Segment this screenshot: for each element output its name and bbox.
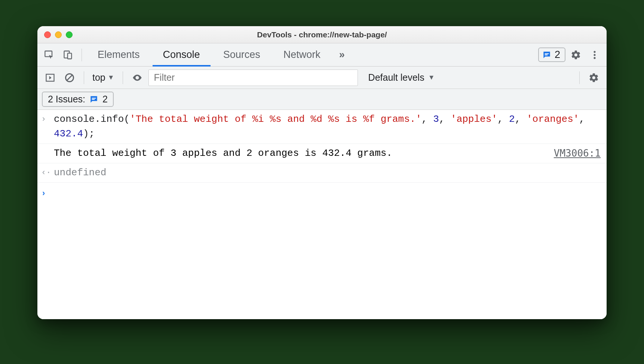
toggle-sidebar-button[interactable] [42,70,58,86]
return-text: undefined [54,166,601,180]
window-title: DevTools - chrome://new-tab-page/ [37,30,607,39]
gutter-spacer [41,146,54,147]
token-identifier: console [54,114,95,125]
console-input-echo: › console.info('The total weight of %i %… [37,110,607,144]
console-output[interactable]: › console.info('The total weight of %i %… [37,110,607,319]
tab-label: Elements [98,49,140,61]
more-tabs-button[interactable]: » [333,43,351,67]
levels-label: Default levels [368,72,424,83]
clear-console-button[interactable] [61,70,78,86]
context-label: top [92,72,105,83]
console-return-value: ‹· undefined [37,163,607,183]
tab-network[interactable]: Network [273,43,331,67]
console-log-message: VM3006:1 The total weight of 3 apples an… [37,144,607,163]
kebab-menu-button[interactable] [586,47,603,63]
token-punct: . [95,114,101,125]
chevron-right-icon: » [339,49,345,61]
token-punct: , [421,114,433,125]
inspect-element-icon[interactable] [41,47,58,63]
svg-rect-3 [545,53,549,54]
window-controls [44,31,73,38]
log-content: VM3006:1 The total weight of 3 apples an… [54,146,601,161]
divider [123,71,123,84]
minimize-window-button[interactable] [55,31,62,38]
svg-rect-11 [92,98,96,98]
live-expression-button[interactable] [129,70,145,86]
svg-point-6 [594,54,595,56]
chevron-down-icon: ▼ [108,74,114,81]
tab-label: Console [163,49,200,61]
gear-icon [589,73,599,83]
source-link[interactable]: VM3006:1 [554,146,601,161]
svg-point-5 [594,51,595,53]
log-levels-selector[interactable]: Default levels ▼ [368,72,435,83]
console-prompt[interactable]: › [37,183,607,202]
gear-icon [571,50,581,60]
main-tabbar: Elements Console Sources Network » 2 [37,43,607,67]
issues-icon [542,50,552,60]
token-punct: ); [83,128,95,139]
issues-button[interactable]: 2 Issues: 2 [42,92,114,107]
prompt-marker-icon: › [41,186,54,200]
divider [82,49,82,61]
svg-line-10 [67,75,72,80]
tab-console[interactable]: Console [153,43,211,67]
svg-point-7 [594,57,595,59]
svg-rect-4 [545,54,548,55]
token-string: 'oranges' [527,114,579,125]
svg-rect-12 [92,99,95,99]
token-punct: , [579,114,591,125]
settings-button[interactable] [568,47,584,63]
token-string: 'The total weight of %i %s and %d %s is … [130,114,421,125]
code-line: console.info('The total weight of %i %s … [54,112,601,141]
titlebar: DevTools - chrome://new-tab-page/ [37,26,607,43]
zoom-window-button[interactable] [66,31,73,38]
tab-sources[interactable]: Sources [213,43,271,67]
token-number: 2 [509,114,515,125]
kebab-icon [589,50,600,60]
issues-count: 2 [555,49,560,61]
token-number: 432.4 [54,128,83,139]
issues-label: 2 Issues: [48,94,85,105]
issues-row: 2 Issues: 2 [37,89,607,110]
token-punct: , [515,114,527,125]
devtools-window: DevTools - chrome://new-tab-page/ Elemen… [37,26,607,319]
clear-icon [64,73,75,83]
token-punct: , [497,114,509,125]
issues-icon [89,95,99,104]
return-marker-icon: ‹· [41,166,54,179]
device-toolbar-icon[interactable] [60,47,76,63]
filter-input[interactable] [148,70,358,86]
sidebar-icon [45,73,55,83]
issues-counter[interactable]: 2 [538,47,565,62]
execution-context-selector[interactable]: top ▼ [90,72,117,83]
tab-label: Sources [223,49,260,61]
eye-icon [132,73,142,83]
divider [84,71,84,84]
token-string: 'apples' [451,114,497,125]
console-settings-button[interactable] [586,70,602,86]
tab-elements[interactable]: Elements [87,43,150,67]
divider [579,71,580,84]
token-identifier: info [101,114,124,125]
token-number: 3 [433,114,439,125]
console-toolbar: top ▼ Default levels ▼ [37,67,607,89]
issues-count: 2 [102,94,108,105]
svg-rect-2 [68,53,72,59]
token-punct: , [439,114,451,125]
token-punct: ( [124,114,130,125]
close-window-button[interactable] [44,31,51,38]
input-marker-icon: › [41,112,54,126]
tab-label: Network [283,49,321,61]
chevron-down-icon: ▼ [428,74,435,81]
log-text: The total weight of 3 apples and 2 orang… [54,148,392,159]
